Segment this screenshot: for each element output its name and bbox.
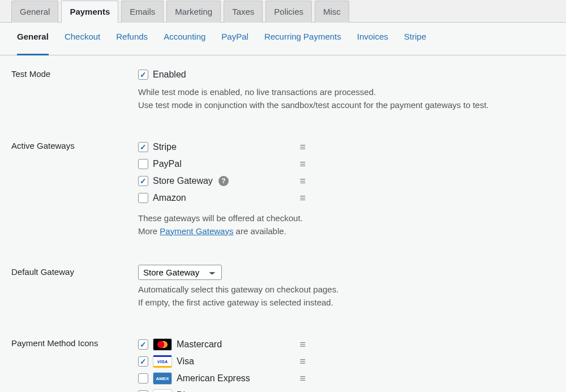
main-tab-payments[interactable]: Payments xyxy=(61,1,118,23)
sub-tab-invoices[interactable]: Invoices xyxy=(357,29,388,48)
card-brand-icon xyxy=(153,338,172,351)
drag-handle-icon[interactable]: ≡ xyxy=(297,339,308,351)
link-payment-gateways[interactable]: Payment Gateways xyxy=(160,226,233,236)
sub-tab-recurring-payments[interactable]: Recurring Payments xyxy=(264,29,341,48)
checkbox-icon-mastercard[interactable] xyxy=(138,339,148,350)
payment-icon-row-mastercard: Mastercard≡ xyxy=(138,336,308,353)
drag-handle-icon[interactable]: ≡ xyxy=(297,373,308,385)
checkbox-icon-visa[interactable] xyxy=(138,356,148,367)
sub-tab-stripe[interactable]: Stripe xyxy=(404,29,426,48)
checkbox-gateway-paypal[interactable] xyxy=(138,159,148,169)
gateway-row-paypal: PayPal≡ xyxy=(138,156,308,173)
checkbox-label-test-mode: Enabled xyxy=(153,70,186,80)
desc-gateways-1: These gateways will be offered at checko… xyxy=(138,213,303,223)
gateway-label: Stripe xyxy=(153,142,177,152)
payment-icon-row-discover: DISCDiscover≡ xyxy=(138,387,308,392)
checkbox-gateway-store-gateway[interactable] xyxy=(138,176,148,186)
sub-tab-accounting[interactable]: Accounting xyxy=(164,29,205,48)
sub-tabs: GeneralCheckoutRefundsAccountingPayPalRe… xyxy=(0,23,566,55)
main-tab-emails[interactable]: Emails xyxy=(121,1,164,23)
checkbox-gateway-amazon[interactable] xyxy=(138,193,148,203)
label-payment-icons: Payment Method Icons xyxy=(11,336,138,348)
checkbox-test-mode[interactable] xyxy=(138,70,148,80)
payment-icon-label: American Express xyxy=(177,373,250,384)
gateway-label: Amazon xyxy=(153,193,186,203)
sub-tab-paypal[interactable]: PayPal xyxy=(221,29,248,48)
gateway-row-store-gateway: Store Gateway?≡ xyxy=(138,173,308,189)
setting-payment-icons: Payment Method Icons Mastercard≡VISAVisa… xyxy=(11,336,555,392)
main-tab-general[interactable]: General xyxy=(11,1,58,23)
label-test-mode: Test Mode xyxy=(11,67,138,79)
checkbox-icon-american-express[interactable] xyxy=(138,373,148,384)
main-tab-marketing[interactable]: Marketing xyxy=(166,1,221,23)
card-brand-icon: DISC xyxy=(153,389,172,392)
checkbox-gateway-stripe[interactable] xyxy=(138,142,148,152)
desc-gateways-more-post: are available. xyxy=(233,226,286,236)
sub-tab-general[interactable]: General xyxy=(17,29,49,55)
drag-handle-icon[interactable]: ≡ xyxy=(297,192,308,204)
drag-handle-icon[interactable]: ≡ xyxy=(297,175,308,187)
gateway-label: PayPal xyxy=(153,159,182,169)
label-active-gateways: Active Gateways xyxy=(11,139,138,150)
label-default-gateway: Default Gateway xyxy=(11,265,138,277)
payment-icon-row-american-express: AMEXAmerican Express≡ xyxy=(138,370,308,387)
card-brand-icon: AMEX xyxy=(153,372,172,385)
desc-gateways-more-pre: More xyxy=(138,226,160,236)
drag-handle-icon[interactable]: ≡ xyxy=(297,390,308,393)
gateway-row-stripe: Stripe≡ xyxy=(138,139,308,156)
drag-handle-icon[interactable]: ≡ xyxy=(297,141,308,153)
help-icon[interactable]: ? xyxy=(218,176,229,186)
main-tab-taxes[interactable]: Taxes xyxy=(224,1,263,23)
gateway-row-amazon: Amazon≡ xyxy=(138,189,308,206)
desc-test-mode-2: Use test mode in conjunction with the sa… xyxy=(138,99,555,112)
drag-handle-icon[interactable]: ≡ xyxy=(297,356,308,368)
payment-icon-row-visa: VISAVisa≡ xyxy=(138,353,308,370)
desc-default-gateway-2: If empty, the first active gateway is se… xyxy=(138,296,555,309)
card-brand-icon: VISA xyxy=(153,355,172,368)
drag-handle-icon[interactable]: ≡ xyxy=(297,158,308,170)
main-tab-policies[interactable]: Policies xyxy=(265,1,312,23)
sub-tab-checkout[interactable]: Checkout xyxy=(65,29,100,48)
main-tabs: GeneralPaymentsEmailsMarketingTaxesPolic… xyxy=(0,0,566,23)
desc-default-gateway-1: Automatically select this gateway on che… xyxy=(138,283,555,296)
main-tab-misc[interactable]: Misc xyxy=(315,1,349,23)
gateway-label: Store Gateway xyxy=(153,176,213,186)
desc-test-mode-1: While test mode is enabled, no live tran… xyxy=(138,86,555,99)
select-default-gateway[interactable]: StripePayPalStore GatewayAmazon xyxy=(138,265,222,280)
payment-icon-label: Mastercard xyxy=(177,339,222,350)
sub-tab-refunds[interactable]: Refunds xyxy=(116,29,148,48)
payment-icon-label: Visa xyxy=(177,356,194,367)
setting-default-gateway: Default Gateway StripePayPalStore Gatewa… xyxy=(11,265,555,309)
setting-active-gateways: Active Gateways Stripe≡PayPal≡Store Gate… xyxy=(11,139,555,238)
setting-test-mode: Test Mode Enabled While test mode is ena… xyxy=(11,67,555,111)
